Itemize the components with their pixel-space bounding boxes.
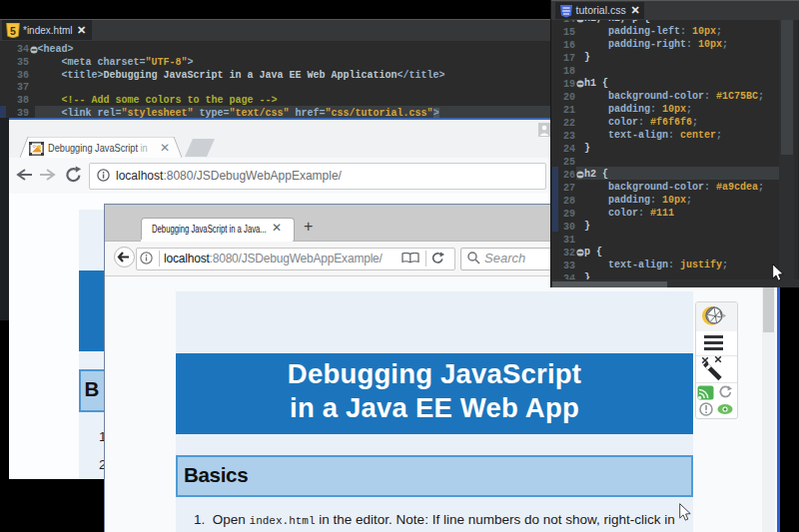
svg-text:5: 5 bbox=[10, 25, 16, 37]
